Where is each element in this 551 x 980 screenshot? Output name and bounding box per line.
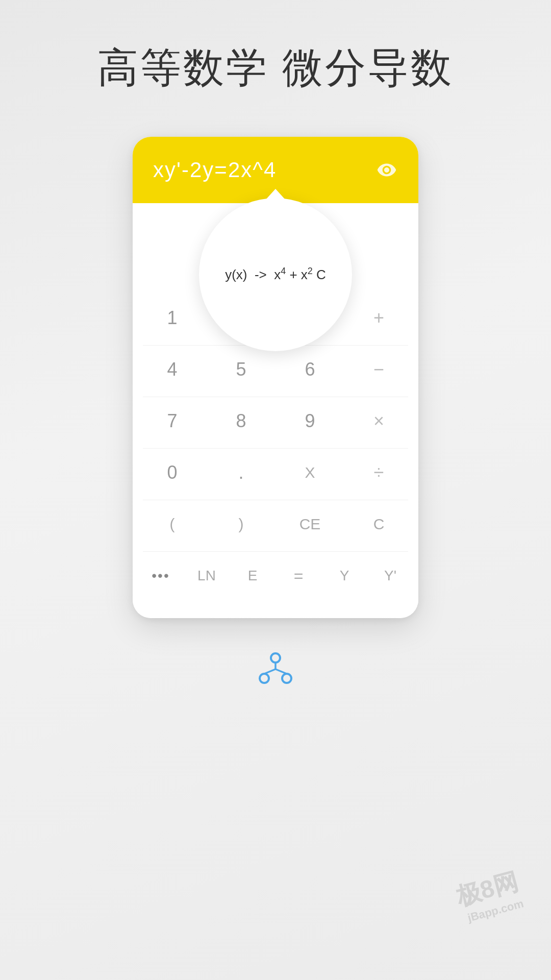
eye-icon[interactable] <box>375 159 398 181</box>
key-row-2: 4 5 6 − <box>138 347 413 393</box>
key-row-4: 0 . X ÷ <box>138 450 413 496</box>
expression-display: xy'-2y=2x^4 <box>153 158 277 182</box>
key-equals[interactable]: = <box>276 553 321 599</box>
key-ce[interactable]: CE <box>282 501 338 547</box>
key-7[interactable]: 7 <box>144 398 201 444</box>
key-plus[interactable]: + <box>351 295 407 341</box>
key-8[interactable]: 8 <box>213 398 269 444</box>
page-title: 高等数学 微分导数 <box>97 41 454 96</box>
watermark-1: 极8网 jBapp.com <box>453 866 525 926</box>
svg-point-1 <box>260 674 269 683</box>
bottom-nav <box>255 649 296 692</box>
key-0[interactable]: 0 <box>144 450 201 496</box>
key-c[interactable]: C <box>351 501 407 547</box>
key-y[interactable]: Y <box>321 553 367 599</box>
svg-line-5 <box>276 669 287 674</box>
key-6[interactable]: 6 <box>282 347 338 393</box>
svg-line-4 <box>264 669 276 674</box>
key-e[interactable]: E <box>230 553 276 599</box>
key-y-prime[interactable]: Y' <box>367 553 413 599</box>
result-bubble: y(x) -> x4 + x2 C <box>199 198 352 351</box>
key-multiply[interactable]: × <box>351 398 407 444</box>
key-4[interactable]: 4 <box>144 347 201 393</box>
key-ln[interactable]: LN <box>184 553 230 599</box>
key-row-6: ••• LN E = Y Y' <box>138 553 413 599</box>
key-close-paren[interactable]: ) <box>213 501 269 547</box>
key-open-paren[interactable]: ( <box>144 501 201 547</box>
calculator-display: xy'-2y=2x^4 y(x) -> x4 + x2 C <box>133 137 418 203</box>
key-row-3: 7 8 9 × <box>138 398 413 444</box>
key-divide[interactable]: ÷ <box>351 450 407 496</box>
key-5[interactable]: 5 <box>213 347 269 393</box>
svg-point-0 <box>271 653 280 663</box>
key-x[interactable]: X <box>282 450 338 496</box>
key-row-5: ( ) CE C <box>138 501 413 547</box>
key-9[interactable]: 9 <box>282 398 338 444</box>
tree-structure-icon[interactable] <box>255 649 296 692</box>
svg-point-2 <box>282 674 291 683</box>
key-1[interactable]: 1 <box>144 295 201 341</box>
key-dot[interactable]: . <box>213 450 269 496</box>
key-minus[interactable]: − <box>351 347 407 393</box>
result-formula: y(x) -> x4 + x2 C <box>215 265 336 285</box>
key-more[interactable]: ••• <box>138 553 184 599</box>
calculator-card: xy'-2y=2x^4 y(x) -> x4 + x2 C 1 2 3 + 4 … <box>133 137 418 618</box>
